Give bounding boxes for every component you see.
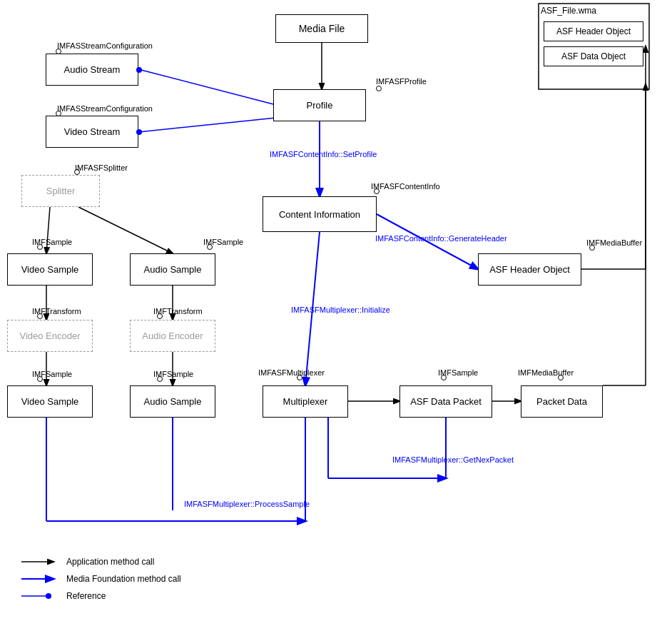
legend-app-call: Application method call xyxy=(66,557,154,567)
diagram-container: Media File Audio Stream Video Stream Pro… xyxy=(0,0,672,636)
label-init: IMFASFMultiplexer::Initialize xyxy=(291,306,390,314)
packet-data-box: Packet Data xyxy=(521,385,603,418)
audio-stream-box: Audio Stream xyxy=(46,54,138,86)
video-stream-box: Video Stream xyxy=(46,116,138,148)
asf-header-obj2-box: ASF Header Object xyxy=(544,21,643,41)
media-file-box: Media File xyxy=(275,14,368,43)
video-sample2-box: Video Sample xyxy=(7,385,93,418)
label-imfsample5: IMFSample xyxy=(438,368,478,377)
label-imfsample1: IMFSample xyxy=(32,238,72,246)
label-imfasf-mux: IMFASFMultiplexer xyxy=(258,368,325,377)
asf-header-obj-box: ASF Header Object xyxy=(478,253,581,286)
svg-line-1 xyxy=(138,69,276,105)
legend-reference: Reference xyxy=(66,591,106,601)
imfasf-profile-circle xyxy=(376,86,382,91)
content-info-box: Content Information xyxy=(263,196,377,232)
label-imfasf-ci: IMFASFContentInfo xyxy=(371,182,440,191)
svg-line-2 xyxy=(138,118,276,132)
video-sample1-box: Video Sample xyxy=(7,253,93,286)
svg-line-5 xyxy=(46,207,50,253)
label-imfsample3: IMFSample xyxy=(32,370,72,378)
label-getnext: IMFASFMultiplexer::GetNexPacket xyxy=(392,455,514,464)
svg-line-6 xyxy=(78,207,173,253)
label-genheader: IMFASFContentInfo::GenerateHeader xyxy=(375,234,507,243)
video-encoder-box: Video Encoder xyxy=(7,320,93,352)
label-imftransform1: IMFTransform xyxy=(32,307,81,316)
label-imfasf-splitter: IMFASFSplitter xyxy=(75,163,128,172)
splitter-box: Splitter xyxy=(21,175,100,207)
label-imfsample2: IMFSample xyxy=(203,238,243,246)
label-process: IMFASFMultiplexer::ProcessSample xyxy=(184,500,310,508)
asf-data-obj-box: ASF Data Object xyxy=(544,46,643,66)
audio-sample2-box: Audio Sample xyxy=(130,385,215,418)
audio-sample1-box: Audio Sample xyxy=(130,253,215,286)
label-imfmedia-buf1: IMFMediaBuffer xyxy=(518,368,574,377)
asf-data-packet-box: ASF Data Packet xyxy=(399,385,492,418)
legend-mf-call: Media Foundation method call xyxy=(66,574,181,584)
label-setprofile: IMFASFContentInfo::SetProfile xyxy=(270,150,377,158)
profile-box: Profile xyxy=(273,89,366,121)
svg-point-30 xyxy=(46,593,51,599)
legend: Application method call Media Foundation… xyxy=(21,556,181,607)
label-imfas-sc2: IMFASStreamConfiguration xyxy=(57,104,153,113)
label-imftransform2: IMFTransform xyxy=(153,307,203,316)
multiplexer-box: Multiplexer xyxy=(263,385,348,418)
audio-encoder-box: Audio Encoder xyxy=(130,320,215,352)
label-imfasf-profile: IMFASFProfile xyxy=(376,77,427,86)
label-imfsample4: IMFSample xyxy=(153,370,193,378)
label-imfas-sc1: IMFASStreamConfiguration xyxy=(57,41,153,50)
asf-file-title: ASF_File.wma xyxy=(541,6,596,16)
label-imfmedia-buf2: IMFMediaBuffer xyxy=(586,238,642,247)
video-stream-ref-dot xyxy=(136,129,142,135)
audio-stream-ref-dot xyxy=(136,67,142,73)
